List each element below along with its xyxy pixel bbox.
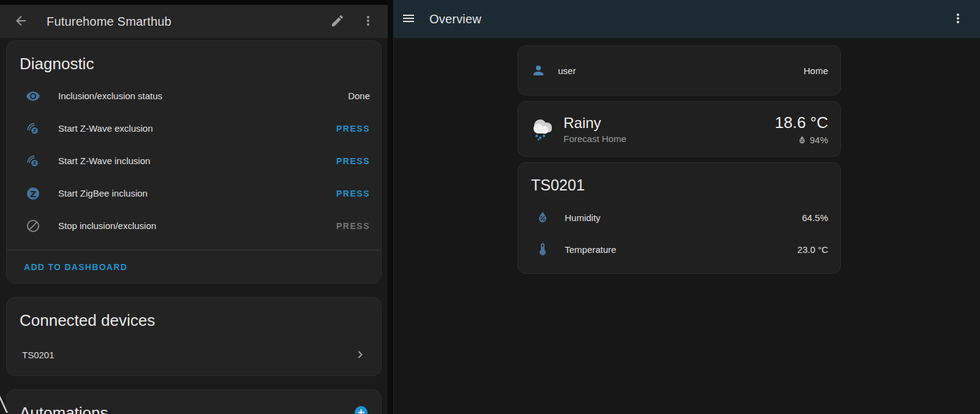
weather-humidity-value: 94% (810, 135, 828, 145)
card-title: Connected devices (7, 298, 381, 335)
row-label: Start Z-Wave inclusion (58, 156, 336, 166)
row-label: Temperature (565, 244, 797, 255)
row-value: Done (348, 91, 370, 101)
dashboard-header: Overview (394, 0, 980, 38)
card-title: Diagnostic (7, 41, 381, 78)
row-label: Stop inclusion/exclusion (58, 220, 336, 231)
eye-icon (26, 89, 40, 104)
kebab-menu-icon (361, 13, 375, 28)
humidity-icon (535, 210, 550, 225)
row-label: Inclusion/exclusion status (58, 91, 348, 101)
zwave-icon (26, 154, 40, 168)
weather-condition: Rainy (564, 115, 775, 132)
dashboard-overflow-button[interactable] (951, 11, 965, 28)
automations-card: Automations (6, 390, 382, 414)
user-value: Home (804, 66, 828, 76)
row-stop-inclusion: Stop inclusion/exclusion PRESS (7, 209, 381, 242)
sidebar-toggle-button[interactable] (401, 11, 416, 28)
dashboard-panel: Overview user Home (394, 0, 980, 414)
water-percent-icon (797, 135, 807, 145)
weather-main: Rainy Forecast Home (564, 115, 775, 144)
row-inclusion-status[interactable]: Inclusion/exclusion status Done (7, 80, 381, 112)
app-content: Diagnostic Inclusion/exclusion status Do… (0, 38, 388, 414)
app-header: Futurehome Smarthub (0, 5, 388, 38)
screen: Futurehome Smarthub Diagnostic (0, 0, 980, 414)
weather-right: 18.6 °C 94% (775, 113, 828, 145)
device-row-ts0201[interactable]: TS0201 (7, 337, 381, 372)
connected-devices-card: Connected devices TS0201 (6, 297, 382, 376)
user-label: user (558, 66, 804, 76)
card-title: Automations (20, 404, 353, 414)
zwave-icon (26, 121, 40, 136)
overflow-menu-button[interactable] (361, 13, 375, 30)
row-zigbee-inclusion: Start ZigBee inclusion PRESS (7, 177, 381, 209)
thermometer-icon (535, 242, 550, 257)
app-panel: Futurehome Smarthub Diagnostic (0, 0, 388, 414)
row-value: 23.0 °C (797, 244, 828, 255)
add-automation-button[interactable] (353, 405, 369, 414)
press-button-zigbee-inclusion[interactable]: PRESS (336, 189, 370, 198)
weather-temperature: 18.6 °C (775, 113, 828, 132)
dashboard-title: Overview (429, 12, 935, 26)
card-footer: ADD TO DASHBOARD (7, 250, 381, 283)
weather-humidity-row: 94% (775, 135, 828, 145)
row-value: 64.5% (802, 213, 828, 223)
kebab-menu-icon (951, 11, 965, 26)
press-button-zwave-inclusion[interactable]: PRESS (336, 156, 370, 166)
cancel-icon (26, 219, 40, 233)
press-button-zwave-exclusion[interactable]: PRESS (336, 124, 370, 134)
temperature-row[interactable]: Temperature 23.0 °C (518, 233, 840, 265)
card-column: user Home (518, 45, 841, 274)
panel-divider (388, 0, 394, 414)
row-zwave-exclusion: Start Z-Wave exclusion PRESS (7, 112, 381, 145)
page-title: Futurehome Smarthub (47, 15, 314, 29)
card-title: TS0201 (518, 163, 840, 201)
diagnostic-rows: Inclusion/exclusion status Done (7, 78, 381, 242)
rainy-cloud-icon (528, 116, 557, 143)
diagnostic-card: Diagnostic Inclusion/exclusion status Do… (6, 40, 382, 284)
dashboard-content: user Home (394, 38, 980, 414)
humidity-row[interactable]: Humidity 64.5% (518, 201, 840, 233)
edit-button[interactable] (330, 13, 345, 30)
weather-card[interactable]: Rainy Forecast Home 18.6 °C 94% (518, 101, 841, 157)
add-to-dashboard-button[interactable]: ADD TO DASHBOARD (24, 262, 127, 272)
weather-subtitle: Forecast Home (564, 134, 775, 144)
person-icon (531, 63, 546, 78)
back-button[interactable] (13, 13, 28, 30)
ts0201-card: TS0201 Humidity 64.5% Temperature 2 (518, 162, 841, 274)
chevron-right-icon (353, 347, 368, 362)
user-card[interactable]: user Home (518, 45, 841, 96)
row-label: Start ZigBee inclusion (58, 188, 336, 198)
row-zwave-inclusion: Start Z-Wave inclusion PRESS (7, 145, 381, 177)
automations-title-row: Automations (7, 390, 381, 414)
zigbee-icon (26, 186, 40, 201)
pencil-icon (330, 13, 345, 28)
arrow-left-icon (13, 13, 28, 28)
plus-circle-icon (353, 405, 369, 414)
press-button-stop-inclusion[interactable]: PRESS (336, 221, 370, 231)
hamburger-menu-icon (401, 11, 416, 26)
status-bar (0, 0, 388, 5)
device-name: TS0201 (22, 350, 353, 360)
row-label: Humidity (565, 213, 802, 223)
row-label: Start Z-Wave exclusion (58, 123, 336, 134)
